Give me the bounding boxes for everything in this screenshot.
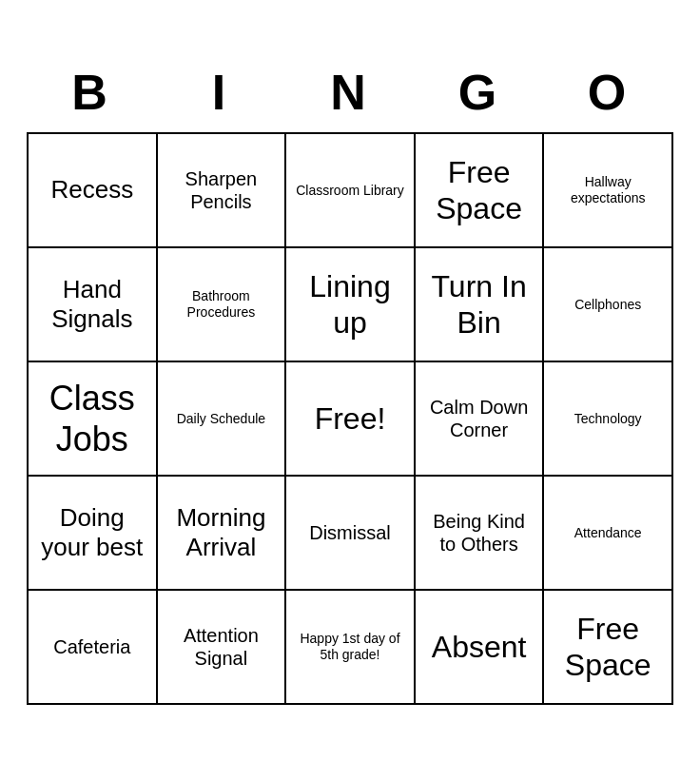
cell-text: Morning Arrival xyxy=(165,503,278,562)
bingo-grid: RecessSharpen PencilsClassroom LibraryFr… xyxy=(27,132,673,705)
cell-text: Turn In Bin xyxy=(423,268,535,341)
bingo-card: BINGO RecessSharpen PencilsClassroom Lib… xyxy=(17,47,683,714)
cell-text: Absent xyxy=(432,629,527,665)
bingo-cell-0-3: Free Space xyxy=(416,134,545,248)
cell-text: Bathroom Procedures xyxy=(165,288,278,321)
bingo-cell-3-4: Attendance xyxy=(544,477,673,591)
cell-text: Free Space xyxy=(552,611,664,684)
cell-text: Being Kind to Others xyxy=(423,510,535,556)
cell-text: Classroom Library xyxy=(296,183,404,199)
cell-text: Hand Signals xyxy=(36,275,148,334)
bingo-letter: N xyxy=(285,56,415,128)
cell-text: Lining up xyxy=(294,268,406,341)
cell-text: Free Space xyxy=(423,154,535,227)
bingo-cell-1-4: Cellphones xyxy=(544,248,673,362)
bingo-letter: O xyxy=(544,56,673,128)
cell-text: Dismissal xyxy=(309,521,391,544)
bingo-cell-2-3: Calm Down Corner xyxy=(416,362,545,477)
cell-text: Happy 1st day of 5th grade! xyxy=(294,631,406,663)
bingo-header: BINGO xyxy=(27,56,673,128)
bingo-cell-4-3: Absent xyxy=(416,591,545,705)
bingo-cell-4-4: Free Space xyxy=(544,591,673,705)
cell-text: Cafeteria xyxy=(53,635,130,658)
bingo-cell-0-2: Classroom Library xyxy=(286,134,416,248)
bingo-letter: I xyxy=(156,56,285,128)
cell-text: Free! xyxy=(315,400,386,437)
cell-text: Sharpen Pencils xyxy=(165,167,278,213)
cell-text: Cellphones xyxy=(574,297,641,313)
cell-text: Daily Schedule xyxy=(177,411,265,427)
bingo-letter: G xyxy=(415,56,544,128)
cell-text: Attendance xyxy=(574,525,642,541)
bingo-cell-1-3: Turn In Bin xyxy=(416,248,545,362)
bingo-cell-2-4: Technology xyxy=(544,362,673,477)
bingo-cell-3-2: Dismissal xyxy=(286,477,416,591)
bingo-cell-2-1: Daily Schedule xyxy=(158,362,287,477)
bingo-cell-1-0: Hand Signals xyxy=(29,248,158,362)
cell-text: Class Jobs xyxy=(36,378,148,459)
bingo-cell-4-2: Happy 1st day of 5th grade! xyxy=(286,591,416,705)
bingo-cell-0-0: Recess xyxy=(29,134,158,248)
cell-text: Technology xyxy=(574,411,642,427)
bingo-cell-3-0: Doing your best xyxy=(29,477,158,591)
bingo-cell-2-0: Class Jobs xyxy=(29,362,158,477)
cell-text: Calm Down Corner xyxy=(423,396,535,441)
bingo-cell-0-1: Sharpen Pencils xyxy=(158,134,287,248)
bingo-letter: B xyxy=(27,56,156,128)
bingo-cell-1-1: Bathroom Procedures xyxy=(158,248,287,362)
cell-text: Attention Signal xyxy=(165,624,278,670)
cell-text: Recess xyxy=(50,175,133,205)
bingo-cell-0-4: Hallway expectations xyxy=(544,134,673,248)
cell-text: Hallway expectations xyxy=(552,174,664,206)
bingo-cell-2-2: Free! xyxy=(286,362,416,477)
bingo-cell-3-3: Being Kind to Others xyxy=(416,477,545,591)
bingo-cell-4-0: Cafeteria xyxy=(29,591,158,705)
bingo-cell-1-2: Lining up xyxy=(286,248,416,362)
bingo-cell-4-1: Attention Signal xyxy=(158,591,287,705)
bingo-cell-3-1: Morning Arrival xyxy=(158,477,287,591)
cell-text: Doing your best xyxy=(36,503,148,562)
